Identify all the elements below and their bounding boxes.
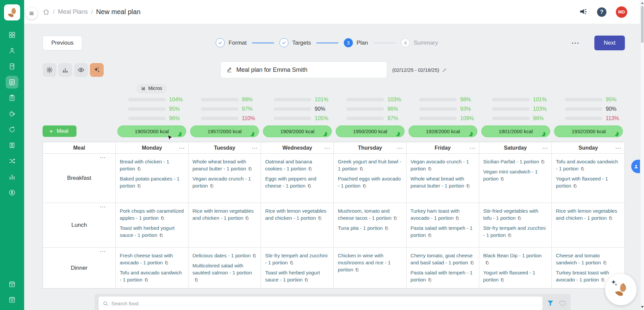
copy-item-icon[interactable] (355, 267, 359, 274)
meal-cell-lunch-tuesday[interactable]: Rice with lemon vegetables and chicken -… (189, 203, 261, 248)
copy-item-icon[interactable] (455, 215, 460, 222)
add-meal-button[interactable]: Meal (43, 125, 76, 137)
meal-item[interactable]: Pork chops with caramelized apples - 1 p… (120, 207, 184, 222)
meal-item[interactable]: Cheese and tomato sandwich - 1 portion (556, 252, 621, 267)
meal-item[interactable]: Poached eggs with avocado - 1 portion (338, 175, 402, 190)
scrollbar[interactable] (640, 0, 644, 310)
meal-item[interactable]: Vegan avocado crunch - 1 portion (193, 175, 257, 190)
copy-item-icon[interactable] (500, 176, 504, 183)
scroll-down-arrow[interactable] (641, 306, 644, 308)
meal-item[interactable]: Oatmeal and banana cookies - 1 portion (265, 158, 329, 173)
meal-item[interactable]: Whole wheat bread with peanut butter - 1… (411, 175, 475, 190)
copy-item-icon[interactable] (194, 277, 199, 284)
announcements-button[interactable] (579, 8, 588, 16)
kcal-badge-sunday[interactable]: 1932/2000 kcal (554, 125, 623, 137)
bar-chart-button[interactable] (58, 63, 72, 77)
meal-cell-breakfast-saturday[interactable]: Sicilian Parfait - 1 portionVegan mini s… (479, 154, 552, 203)
help-button[interactable]: ? (597, 7, 606, 17)
copy-item-icon[interactable] (384, 225, 389, 232)
kcal-badge-thursday[interactable]: 1950/2000 kcal (336, 125, 405, 137)
meal-cell-lunch-thursday[interactable]: Mushroom, tomato and cheese tacos - 1 po… (334, 203, 407, 248)
meal-item[interactable]: Bread with chicken - 1 portion (120, 158, 184, 173)
avatar[interactable]: MD (616, 6, 627, 18)
gear-button[interactable] (43, 63, 56, 77)
day-menu-button[interactable]: ··· (542, 145, 548, 150)
copy-item-icon[interactable] (144, 277, 149, 284)
copy-item-icon[interactable] (601, 277, 605, 284)
copy-item-icon[interactable] (428, 277, 432, 284)
meal-cell-dinner-saturday[interactable]: Black Bean Dip - 1 portionYogurt with fl… (479, 248, 552, 288)
sidebar-item-integrations[interactable] (6, 155, 18, 167)
meal-item[interactable]: Chicken in wine with mushrooms and rice … (338, 252, 402, 274)
eye-button[interactable] (74, 63, 88, 77)
copy-item-icon[interactable] (466, 183, 470, 190)
assistant-fab[interactable] (605, 274, 637, 305)
previous-button[interactable]: Previous (43, 36, 82, 50)
meal-item[interactable]: Greek yogurt and fruit bowl - 1 portion (338, 158, 402, 173)
sidebar-item-billing[interactable] (6, 186, 18, 199)
kcal-badge-wednesday[interactable]: 1909/2000 kcal (263, 125, 332, 137)
menu-toggle-button[interactable] (25, 7, 38, 19)
search-food-input[interactable]: Search food (99, 297, 542, 310)
meal-item[interactable]: Rice with lemon vegetables and chicken -… (556, 207, 621, 222)
step-targets[interactable]: Targets (279, 38, 311, 47)
sidebar-item-clients[interactable] (6, 44, 18, 57)
meal-cell-lunch-friday[interactable]: Turkey ham toast with avocado - 1 portio… (407, 203, 479, 248)
meal-cell-breakfast-monday[interactable]: Bread with chicken - 1 portionBaked pota… (116, 154, 189, 203)
copy-item-icon[interactable] (485, 260, 489, 267)
scroll-up-arrow[interactable] (641, 2, 644, 4)
breadcrumb-meal-plans[interactable]: Meal Plans (58, 8, 88, 15)
copy-item-icon[interactable] (245, 215, 249, 222)
meal-item[interactable]: Whole wheat bread with peanut butter - 1… (193, 158, 257, 173)
kcal-badge-saturday[interactable]: 1801/2000 kcal (481, 125, 550, 137)
meal-row-menu-button[interactable]: ··· (100, 155, 106, 160)
copy-item-icon[interactable] (137, 166, 141, 173)
meal-item[interactable]: Pasta salad with tempeh - 1 portion (411, 269, 475, 284)
copy-item-icon[interactable] (428, 166, 432, 173)
meal-item[interactable]: Rice with lemon vegetables and chicken -… (193, 207, 257, 222)
meal-item[interactable]: Toast with herbed yogurt sauce - 1 porti… (120, 224, 184, 239)
filter-button[interactable] (546, 299, 554, 307)
sidebar-item-meal-plans[interactable] (6, 76, 18, 89)
meal-item[interactable]: Vegan mini sandwich - 1 portion (483, 168, 548, 183)
meal-cell-lunch-wednesday[interactable]: Rice with lemon vegetables and chicken -… (261, 203, 334, 248)
meal-item[interactable]: Mushroom, tomato and cheese tacos - 1 po… (338, 207, 402, 222)
meal-item[interactable]: Black Bean Dip - 1 portion (483, 252, 548, 267)
meal-item[interactable]: Yogurt with flaxseed - 1 portion (483, 269, 548, 284)
meal-cell-dinner-thursday[interactable]: Chicken in wine with mushrooms and rice … (334, 248, 407, 288)
meal-item[interactable]: Stir-fry tempeh and zucchini - 1 portion (483, 224, 548, 239)
meal-cell-breakfast-thursday[interactable]: Greek yogurt and fruit bowl - 1 portionP… (334, 154, 407, 203)
copy-item-icon[interactable] (359, 166, 364, 173)
meal-item[interactable]: Toast with herbed yogurt sauce - 1 porti… (265, 269, 329, 284)
meal-item[interactable]: Baked potato pancakes - 1 portion (120, 175, 184, 190)
copy-item-icon[interactable] (137, 183, 141, 190)
meal-cell-dinner-wednesday[interactable]: Stir-fry tempeh and zucchini - 1 portion… (261, 248, 334, 288)
copy-item-icon[interactable] (160, 215, 165, 222)
day-menu-button[interactable]: ··· (179, 145, 185, 150)
meal-item[interactable]: Stir-fry tempeh and zucchini - 1 portion (265, 252, 329, 267)
copy-item-icon[interactable] (304, 277, 309, 284)
copy-item-icon[interactable] (159, 232, 163, 239)
favorites-button[interactable] (558, 299, 567, 307)
meal-item[interactable]: Tofu and avocado sandwich - 1 portion (556, 158, 621, 173)
home-icon[interactable] (43, 8, 50, 15)
sidebar-item-fridge[interactable] (6, 60, 18, 73)
meal-item[interactable]: Multicolored salad with sautéed salmon -… (193, 262, 257, 284)
meal-cell-dinner-friday[interactable]: Cherry tomato, goat cheese and basil sal… (407, 248, 479, 288)
app-logo[interactable] (4, 4, 20, 20)
step-summary[interactable]: 4Summary (401, 38, 438, 47)
meal-item[interactable]: Sicilian Parfait - 1 portion (483, 158, 548, 166)
sparkles-button[interactable] (90, 63, 104, 77)
meal-cell-breakfast-tuesday[interactable]: Whole wheat bread with peanut butter - 1… (189, 154, 261, 203)
copy-item-icon[interactable] (500, 277, 504, 284)
meal-item[interactable]: Tuna pita - 1 portion (338, 224, 402, 232)
copy-item-icon[interactable] (541, 159, 545, 166)
overflow-menu-button[interactable]: ··· (572, 39, 580, 47)
copy-item-icon[interactable] (470, 260, 474, 267)
sidebar-item-food-log[interactable] (6, 107, 18, 120)
copy-item-icon[interactable] (393, 215, 397, 222)
meal-cell-dinner-tuesday[interactable]: Delicious dates - 1 portionMulticolored … (189, 248, 261, 288)
copy-item-icon[interactable] (210, 183, 214, 190)
meal-item[interactable]: Rice with lemon vegetables and chicken -… (265, 207, 329, 222)
step-format[interactable]: Format (216, 38, 247, 47)
